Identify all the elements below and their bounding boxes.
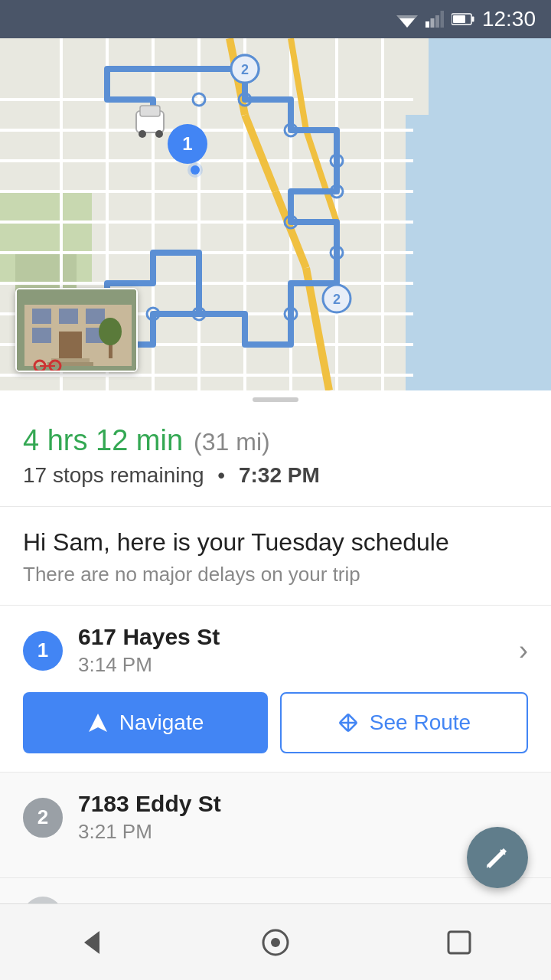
svg-rect-54 bbox=[140, 106, 160, 116]
svg-text:1: 1 bbox=[182, 133, 192, 154]
stop-1-info: 617 Hayes St 3:14 PM bbox=[78, 624, 220, 677]
trip-distance: (31 mi) bbox=[194, 428, 270, 456]
see-route-label: See Route bbox=[370, 710, 471, 735]
svg-point-75 bbox=[99, 318, 122, 345]
stop-2-header: 2 7183 Eddy St 3:21 PM bbox=[23, 791, 528, 844]
svg-rect-68 bbox=[59, 332, 82, 358]
greeting-title: Hi Sam, here is your Tuesday schedule bbox=[23, 528, 528, 557]
map-area[interactable]: 2 2 1 bbox=[0, 38, 551, 390]
svg-point-56 bbox=[155, 130, 163, 138]
svg-marker-81 bbox=[84, 931, 99, 954]
stop-2-time: 3:21 PM bbox=[78, 820, 221, 844]
navigate-arrow-icon bbox=[87, 712, 109, 733]
svg-point-83 bbox=[271, 938, 280, 947]
status-icons: 12:30 bbox=[396, 7, 536, 31]
trip-eta: 7:32 PM bbox=[239, 463, 320, 487]
street-photo-thumbnail[interactable] bbox=[15, 288, 138, 372]
stop-2-badge: 2 bbox=[23, 798, 63, 838]
svg-text:2: 2 bbox=[333, 292, 341, 307]
trip-duration: 4 hrs 12 min bbox=[23, 424, 183, 457]
stop-item-1: 1 617 Hayes St 3:14 PM › Navigate bbox=[0, 606, 551, 773]
svg-marker-1 bbox=[399, 18, 415, 28]
svg-rect-84 bbox=[448, 932, 470, 953]
recent-icon bbox=[444, 927, 474, 958]
svg-rect-7 bbox=[471, 17, 474, 22]
navigate-label: Navigate bbox=[119, 710, 204, 735]
greeting-subtitle: There are no major delays on your trip bbox=[23, 563, 528, 586]
svg-rect-64 bbox=[59, 309, 78, 324]
svg-rect-11 bbox=[406, 115, 551, 390]
stop-2-address: 7183 Eddy St bbox=[78, 791, 221, 817]
trip-stops-text: 17 stops remaining bbox=[23, 463, 204, 487]
svg-rect-4 bbox=[435, 15, 439, 28]
fab-edit-button[interactable] bbox=[467, 827, 528, 888]
svg-rect-8 bbox=[453, 15, 465, 23]
nav-back-button[interactable] bbox=[61, 920, 122, 965]
nav-bar bbox=[0, 903, 551, 980]
drag-pill bbox=[253, 397, 298, 402]
svg-rect-3 bbox=[430, 18, 434, 28]
svg-rect-65 bbox=[86, 309, 105, 324]
stop-2-info: 7183 Eddy St 3:21 PM bbox=[78, 791, 221, 844]
svg-rect-66 bbox=[32, 328, 51, 343]
nav-home-button[interactable] bbox=[245, 920, 306, 965]
status-bar: 12:30 bbox=[0, 0, 551, 38]
stop-1-left: 1 617 Hayes St 3:14 PM bbox=[23, 624, 220, 677]
dot-separator: • bbox=[217, 463, 225, 487]
nav-recent-button[interactable] bbox=[429, 920, 490, 965]
trip-time-row: 4 hrs 12 min (31 mi) bbox=[23, 424, 528, 457]
stop-1-actions: Navigate See Route bbox=[23, 692, 528, 753]
drag-handle[interactable] bbox=[0, 390, 551, 409]
svg-rect-63 bbox=[32, 309, 51, 324]
status-time: 12:30 bbox=[482, 7, 536, 31]
svg-text:2: 2 bbox=[241, 62, 249, 77]
wifi-icon bbox=[396, 11, 418, 28]
trip-stops-row: 17 stops remaining • 7:32 PM bbox=[23, 463, 528, 488]
stop-2-left: 2 7183 Eddy St 3:21 PM bbox=[23, 791, 221, 844]
home-icon bbox=[260, 927, 291, 958]
back-icon bbox=[77, 927, 107, 958]
svg-marker-76 bbox=[89, 714, 107, 732]
svg-point-60 bbox=[187, 162, 203, 178]
stop-1-address: 617 Hayes St bbox=[78, 624, 220, 650]
battery-icon bbox=[452, 12, 474, 26]
svg-rect-5 bbox=[440, 11, 444, 28]
stop-1-time: 3:14 PM bbox=[78, 653, 220, 677]
stop-1-chevron-icon[interactable]: › bbox=[519, 635, 528, 667]
route-diamond-icon bbox=[337, 712, 359, 733]
stop-1-header: 1 617 Hayes St 3:14 PM › bbox=[23, 624, 528, 677]
svg-point-55 bbox=[139, 130, 146, 138]
stop-1-badge: 1 bbox=[23, 631, 63, 671]
see-route-button[interactable]: See Route bbox=[280, 692, 528, 753]
navigate-button[interactable]: Navigate bbox=[23, 692, 268, 753]
signal-icon bbox=[425, 11, 444, 28]
trip-summary: 4 hrs 12 min (31 mi) 17 stops remaining … bbox=[0, 409, 551, 507]
svg-rect-2 bbox=[425, 21, 429, 28]
edit-icon bbox=[484, 844, 511, 871]
greeting-section: Hi Sam, here is your Tuesday schedule Th… bbox=[0, 507, 551, 606]
